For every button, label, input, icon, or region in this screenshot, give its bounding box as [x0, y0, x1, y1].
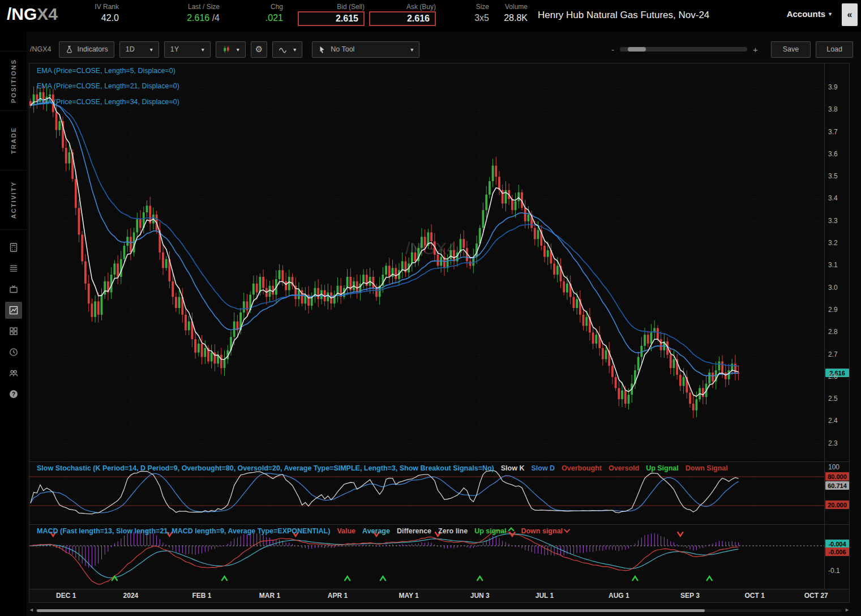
- zoom-out-button[interactable]: -: [611, 45, 614, 54]
- price-axis-label: 3.7: [828, 128, 838, 136]
- instrument-title: Henry Hub Natural Gas Futures, Nov-24: [538, 10, 709, 21]
- calculator-icon[interactable]: [5, 239, 22, 256]
- sidebar-tab-positions[interactable]: POSITIONS: [0, 51, 27, 111]
- time-axis-label: FEB 1: [192, 592, 212, 600]
- legend-item: Down signal: [521, 527, 563, 535]
- left-sidebar: POSITIONS TRADE ACTIVITY ?: [0, 32, 27, 616]
- bid-field: Bid (Sell) 2.615: [298, 3, 365, 26]
- zoom-in-button[interactable]: +: [753, 45, 758, 54]
- tv-icon[interactable]: [5, 281, 22, 298]
- clock-icon[interactable]: [5, 344, 22, 361]
- zoom-slider-thumb[interactable]: [628, 47, 646, 52]
- stoch-value-bubble: 60.714: [825, 481, 849, 490]
- ema5-label[interactable]: EMA (Price=CLOSE, Length=5, Displace=0): [37, 67, 175, 75]
- accounts-dropdown[interactable]: Accounts▾: [787, 9, 832, 19]
- chart-panel: /NGX4 Indicators 1D▾ 1Y▾ ▾ ⚙ ▾ No Tool ▾: [27, 32, 861, 616]
- sidebar-tab-activity[interactable]: ACTIVITY: [0, 170, 27, 230]
- time-axis-label: 2024: [123, 592, 139, 600]
- save-button[interactable]: Save: [771, 41, 811, 58]
- chart-settings-button[interactable]: ⚙: [251, 41, 267, 58]
- price-axis-label: 3.4: [828, 194, 838, 202]
- time-axis-label: SEP 3: [680, 592, 700, 600]
- chart-icon[interactable]: [5, 302, 22, 319]
- ask-button[interactable]: 2.616: [369, 11, 436, 26]
- oversold-bubble: 20.000: [825, 500, 849, 509]
- legend-item: Slow D: [531, 464, 555, 472]
- scrollbar-thumb[interactable]: [37, 609, 705, 612]
- down-signal-icon: [564, 527, 570, 533]
- sidebar-tab-trade[interactable]: TRADE: [0, 111, 27, 170]
- zoom-slider[interactable]: [620, 47, 747, 52]
- pane-divider[interactable]: [29, 461, 849, 462]
- chg-value: .021: [265, 12, 283, 24]
- stochastic-label[interactable]: Slow Stochastic (K Period=14, D Period=9…: [37, 464, 494, 472]
- chevron-down-icon: ▾: [293, 46, 296, 53]
- collapse-panel-button[interactable]: «: [842, 3, 858, 26]
- up-signal-marker: [380, 576, 385, 580]
- gear-icon: ⚙: [255, 44, 263, 54]
- chevron-down-icon: ▾: [410, 46, 413, 53]
- price-axis-label: 3.9: [828, 83, 838, 91]
- horizontal-scrollbar[interactable]: ◄ ►: [29, 607, 850, 614]
- price-axis-label: 2.9: [828, 306, 838, 314]
- bid-button[interactable]: 2.615: [298, 11, 365, 26]
- time-axis-label: JUN 3: [470, 592, 490, 600]
- iv-rank-value: 42.0: [101, 12, 119, 24]
- volume-field: Volume 28.8K: [492, 3, 528, 24]
- time-axis-label: APR 1: [328, 592, 348, 600]
- symbol-suffix: X4: [37, 5, 58, 23]
- last-size-label: Last / Size: [188, 3, 220, 11]
- legend-item: Down Signal: [686, 464, 728, 472]
- timeframe-dropdown[interactable]: 1D▾: [119, 41, 159, 58]
- size-label: Size: [476, 3, 489, 11]
- ladder-icon[interactable]: [5, 260, 22, 277]
- indicators-button[interactable]: Indicators: [59, 41, 114, 58]
- size-field: Size 3x5: [465, 3, 489, 24]
- price-axis-label: 3.3: [828, 217, 838, 225]
- iv-rank-field: IV Rank 42.0: [84, 3, 119, 24]
- chg-field: Chg .021: [249, 3, 283, 24]
- price-axis-label: 3.2: [828, 239, 838, 247]
- ema34-label[interactable]: EMA (Price=CLOSE, Length=34, Displace=0): [37, 98, 179, 106]
- price-axis-label: 2.8: [828, 328, 838, 336]
- people-icon[interactable]: [5, 365, 22, 382]
- cursor-icon: [318, 45, 326, 54]
- load-button[interactable]: Load: [816, 41, 853, 58]
- legend-item: Up signal: [474, 527, 506, 535]
- price-pane[interactable]: /NGX4: [29, 63, 824, 461]
- drawing-tool-dropdown[interactable]: No Tool ▾: [312, 41, 419, 58]
- waves-icon: [279, 45, 288, 53]
- legend-item: Average: [362, 527, 390, 535]
- legend-item: Value: [337, 527, 355, 535]
- stochastic-label-row: Slow Stochastic (K Period=14, D Period=9…: [37, 464, 821, 472]
- chevron-down-icon: ▾: [150, 46, 153, 53]
- price-axis-label: 2.3: [828, 439, 838, 447]
- last-size-value: 2.616 /4: [187, 12, 220, 24]
- time-axis-label: JUL 1: [536, 592, 554, 600]
- pane-divider[interactable]: [29, 524, 849, 525]
- flask-icon: [65, 45, 74, 54]
- price-axis-label: 2.4: [828, 417, 838, 425]
- price-axis-label: 3.8: [828, 105, 838, 113]
- price-axis[interactable]: 2.616 100 80.000 60.714 20.000 -0.004 -0…: [825, 63, 850, 602]
- drawings-dropdown[interactable]: ▾: [272, 41, 302, 58]
- chg-label: Chg: [271, 3, 283, 11]
- range-dropdown[interactable]: 1Y▾: [164, 41, 211, 58]
- scrollbar-track[interactable]: [36, 609, 842, 612]
- macd-label[interactable]: MACD (Fast length=13, Slow length=21, MA…: [37, 527, 330, 535]
- scroll-left-icon[interactable]: ◄: [29, 607, 34, 613]
- scroll-right-icon[interactable]: ►: [845, 607, 850, 613]
- svg-text:?: ?: [11, 391, 15, 397]
- price-axis-label: 2.5: [828, 395, 838, 403]
- help-icon[interactable]: ?: [5, 386, 22, 403]
- up-signal-marker: [345, 576, 350, 580]
- price-axis-label: 2.7: [828, 350, 838, 358]
- ema21-label[interactable]: EMA (Price=CLOSE, Length=21, Displace=0): [37, 82, 179, 90]
- chart-area: /NGX4 DEC 12024FEB 1MAR 1APR 1MAY 1JUN 3…: [29, 63, 850, 603]
- chevron-down-icon: ▾: [202, 46, 204, 53]
- chart-type-dropdown[interactable]: ▾: [216, 41, 246, 58]
- grid-icon[interactable]: [5, 323, 22, 340]
- iv-rank-label: IV Rank: [95, 3, 119, 11]
- price-axis-label: 2.6: [828, 373, 838, 380]
- chart-toolbar: /NGX4 Indicators 1D▾ 1Y▾ ▾ ⚙ ▾ No Tool ▾: [30, 40, 853, 58]
